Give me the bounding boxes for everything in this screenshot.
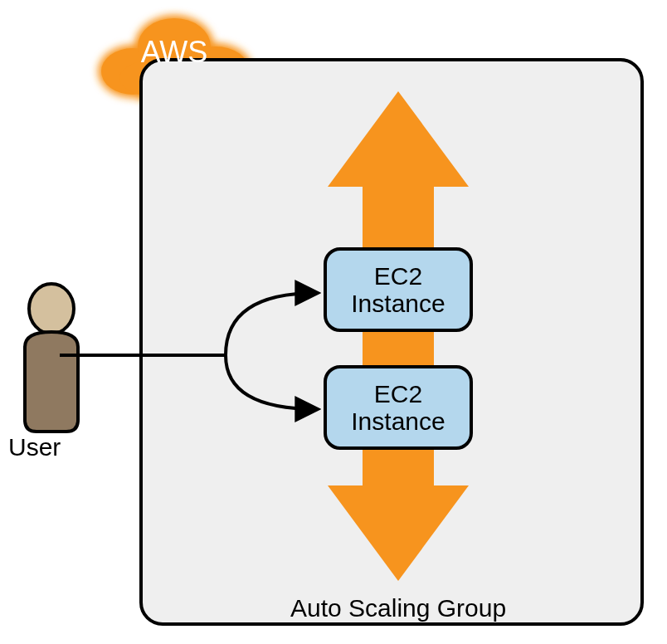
ec2-instance-label: EC2 Instance [351, 262, 445, 317]
scaling-arrow-icon [328, 91, 469, 581]
ec2-instance-label: EC2 Instance [351, 380, 445, 435]
user-to-instances-arrows-icon [60, 247, 334, 463]
aws-cloud-label: AWS [124, 35, 224, 70]
ec2-instance-box: EC2 Instance [324, 365, 473, 450]
ec2-instance-box: EC2 Instance [324, 247, 473, 332]
diagram-stage: AWS EC2 Instance EC2 Instance Auto Scali… [0, 0, 667, 644]
svg-marker-8 [328, 91, 469, 581]
auto-scaling-group-label: Auto Scaling Group [290, 594, 506, 622]
user-label: User [8, 433, 61, 461]
